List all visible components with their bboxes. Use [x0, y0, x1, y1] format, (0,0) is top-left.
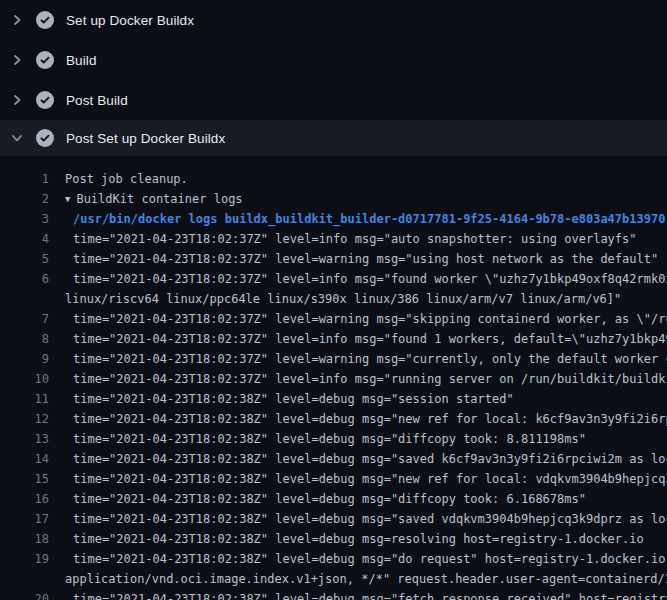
log-text: time="2021-04-23T18:02:37Z" level=warnin… — [49, 349, 667, 369]
step-label: Post Build — [66, 93, 128, 108]
log-line: 3/usr/bin/docker logs buildx_buildkit_bu… — [0, 209, 667, 229]
log-line: 2▼BuildKit container logs — [0, 189, 667, 209]
log-command-text: /usr/bin/docker logs buildx_buildkit_bui… — [49, 209, 667, 229]
log-line: 17time="2021-04-23T18:02:38Z" level=debu… — [0, 509, 667, 529]
log-line-number[interactable]: 6 — [0, 269, 49, 309]
step-label: Post Set up Docker Buildx — [66, 131, 225, 146]
log-line-number[interactable]: 17 — [0, 509, 49, 529]
log-line-number[interactable]: 1 — [0, 169, 49, 189]
log-text: time="2021-04-23T18:02:37Z" level=warnin… — [49, 249, 667, 269]
chevron-down-icon[interactable] — [10, 131, 24, 145]
chevron-right-icon[interactable] — [10, 93, 24, 107]
log-text: time="2021-04-23T18:02:38Z" level=debug … — [49, 409, 667, 429]
log-line-body: time="2021-04-23T18:02:37Z" level=warnin… — [49, 309, 667, 329]
log-line-body: time="2021-04-23T18:02:38Z" level=debug … — [49, 409, 667, 429]
log-line: 20time="2021-04-23T18:02:38Z" level=debu… — [0, 589, 667, 600]
step-header-post-set-up-docker-buildx[interactable]: Post Set up Docker Buildx — [0, 120, 667, 156]
step-success-check-icon — [36, 129, 54, 147]
log-line-number[interactable]: 18 — [0, 529, 49, 549]
step-header-build[interactable]: Build — [0, 40, 667, 80]
log-line: 11time="2021-04-23T18:02:38Z" level=debu… — [0, 389, 667, 409]
group-expanded-triangle-icon[interactable]: ▼ — [65, 189, 70, 209]
log-line-number[interactable]: 13 — [0, 429, 49, 449]
log-line-body: time="2021-04-23T18:02:38Z" level=debug … — [49, 429, 667, 449]
log-text: time="2021-04-23T18:02:38Z" level=debug … — [49, 469, 667, 489]
log-line-number[interactable]: 2 — [0, 189, 49, 209]
step-header-set-up-docker-buildx[interactable]: Set up Docker Buildx — [0, 0, 667, 40]
log-text: Post job cleanup. — [49, 169, 667, 189]
log-line-number[interactable]: 8 — [0, 329, 49, 349]
log-line: 1Post job cleanup. — [0, 169, 667, 189]
log-line-body: time="2021-04-23T18:02:38Z" level=debug … — [49, 589, 667, 600]
log-line-body: time="2021-04-23T18:02:38Z" level=debug … — [49, 489, 667, 509]
step-success-check-icon — [36, 51, 54, 69]
log-line-number[interactable]: 7 — [0, 309, 49, 329]
step-header-post-build[interactable]: Post Build — [0, 80, 667, 120]
log-line: 15time="2021-04-23T18:02:38Z" level=debu… — [0, 469, 667, 489]
step-label: Build — [66, 53, 97, 68]
log-line-body: time="2021-04-23T18:02:37Z" level=warnin… — [49, 349, 667, 369]
log-text-wrapped: application/vnd.oci.image.index.v1+json,… — [49, 569, 667, 589]
step-success-check-icon — [36, 11, 54, 29]
log-line: 14time="2021-04-23T18:02:38Z" level=debu… — [0, 449, 667, 469]
log-line-number[interactable]: 4 — [0, 229, 49, 249]
group-title: BuildKit container logs — [76, 192, 242, 206]
log-text: time="2021-04-23T18:02:37Z" level=info m… — [49, 369, 667, 389]
step-label: Set up Docker Buildx — [66, 13, 194, 28]
log-line-body: time="2021-04-23T18:02:37Z" level=warnin… — [49, 249, 667, 269]
log-view: 1Post job cleanup.2▼BuildKit container l… — [0, 156, 667, 600]
log-text: time="2021-04-23T18:02:38Z" level=debug … — [49, 429, 667, 449]
log-line-number[interactable]: 5 — [0, 249, 49, 269]
log-line: 12time="2021-04-23T18:02:38Z" level=debu… — [0, 409, 667, 429]
log-line-body: time="2021-04-23T18:02:38Z" level=debug … — [49, 449, 667, 469]
log-line-body: /usr/bin/docker logs buildx_buildkit_bui… — [49, 209, 667, 229]
log-line-number[interactable]: 3 — [0, 209, 49, 229]
log-line-number[interactable]: 9 — [0, 349, 49, 369]
log-text: time="2021-04-23T18:02:38Z" level=debug … — [49, 389, 667, 409]
log-text: time="2021-04-23T18:02:38Z" level=debug … — [49, 449, 667, 469]
log-line-body: time="2021-04-23T18:02:37Z" level=info m… — [49, 329, 667, 349]
chevron-right-icon[interactable] — [10, 53, 24, 67]
log-line: 10time="2021-04-23T18:02:37Z" level=info… — [0, 369, 667, 389]
log-line-body: ▼BuildKit container logs — [49, 189, 667, 209]
log-text-wrapped: linux/riscv64 linux/ppc64le linux/s390x … — [49, 289, 667, 309]
log-text: time="2021-04-23T18:02:38Z" level=debug … — [49, 489, 667, 509]
log-line-number[interactable]: 10 — [0, 369, 49, 389]
log-line-number[interactable]: 19 — [0, 549, 49, 589]
log-line-body: time="2021-04-23T18:02:38Z" level=debug … — [49, 389, 667, 409]
log-text: time="2021-04-23T18:02:37Z" level=info m… — [49, 269, 667, 289]
log-line-body: time="2021-04-23T18:02:37Z" level=info m… — [49, 369, 667, 389]
log-line-body: time="2021-04-23T18:02:38Z" level=debug … — [49, 529, 667, 549]
log-text: time="2021-04-23T18:02:37Z" level=info m… — [49, 229, 667, 249]
log-text: time="2021-04-23T18:02:38Z" level=debug … — [49, 549, 667, 569]
log-line-number[interactable]: 15 — [0, 469, 49, 489]
log-line: 5time="2021-04-23T18:02:37Z" level=warni… — [0, 249, 667, 269]
log-text: time="2021-04-23T18:02:37Z" level=info m… — [49, 329, 667, 349]
log-line-body: Post job cleanup. — [49, 169, 667, 189]
log-line: 8time="2021-04-23T18:02:37Z" level=info … — [0, 329, 667, 349]
log-line: 9time="2021-04-23T18:02:37Z" level=warni… — [0, 349, 667, 369]
log-line-body: time="2021-04-23T18:02:38Z" level=debug … — [49, 469, 667, 489]
step-success-check-icon — [36, 91, 54, 109]
log-line-number[interactable]: 11 — [0, 389, 49, 409]
log-text: time="2021-04-23T18:02:38Z" level=debug … — [49, 529, 667, 549]
chevron-right-icon[interactable] — [10, 13, 24, 27]
log-text: time="2021-04-23T18:02:37Z" level=warnin… — [49, 309, 667, 329]
log-line: 4time="2021-04-23T18:02:37Z" level=info … — [0, 229, 667, 249]
log-line-number[interactable]: 16 — [0, 489, 49, 509]
log-line-number[interactable]: 12 — [0, 409, 49, 429]
log-line: 7time="2021-04-23T18:02:37Z" level=warni… — [0, 309, 667, 329]
log-text: time="2021-04-23T18:02:38Z" level=debug … — [49, 509, 667, 529]
log-line: 6time="2021-04-23T18:02:37Z" level=info … — [0, 269, 667, 309]
log-group-header[interactable]: ▼BuildKit container logs — [49, 189, 667, 209]
log-line-body: time="2021-04-23T18:02:38Z" level=debug … — [49, 549, 667, 589]
log-text: time="2021-04-23T18:02:38Z" level=debug … — [49, 589, 667, 600]
log-line-body: time="2021-04-23T18:02:38Z" level=debug … — [49, 509, 667, 529]
steps-list: Set up Docker BuildxBuildPost BuildPost … — [0, 0, 667, 156]
log-line: 16time="2021-04-23T18:02:38Z" level=debu… — [0, 489, 667, 509]
log-line-number[interactable]: 20 — [0, 589, 49, 600]
log-line-number[interactable]: 14 — [0, 449, 49, 469]
log-line: 13time="2021-04-23T18:02:38Z" level=debu… — [0, 429, 667, 449]
log-line-body: time="2021-04-23T18:02:37Z" level=info m… — [49, 269, 667, 309]
log-line: 18time="2021-04-23T18:02:38Z" level=debu… — [0, 529, 667, 549]
